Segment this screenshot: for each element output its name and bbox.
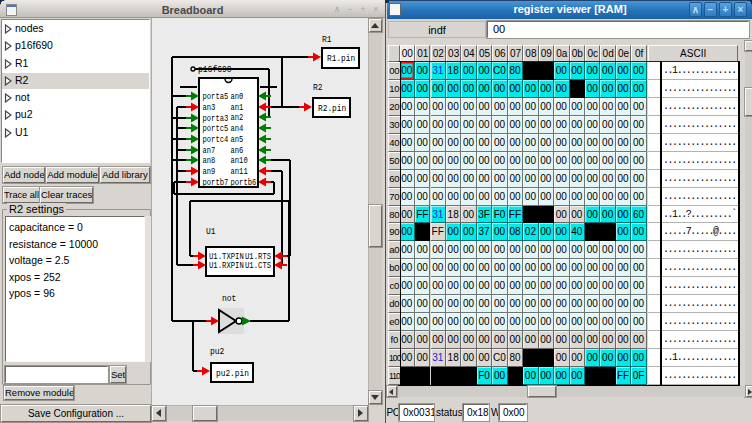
svg-text:U1.CTS: U1.CTS bbox=[245, 261, 271, 271]
svg-text:porta5: porta5 bbox=[203, 92, 229, 102]
svg-text:an6: an6 bbox=[231, 146, 244, 156]
svg-text:portb7: portb7 bbox=[203, 178, 229, 188]
svg-text:an7: an7 bbox=[203, 146, 216, 156]
svg-text:U1.RXPIN: U1.RXPIN bbox=[209, 261, 244, 271]
svg-text:an11: an11 bbox=[231, 167, 248, 177]
svg-text:an5: an5 bbox=[231, 135, 244, 145]
svg-text:an9: an9 bbox=[203, 167, 216, 177]
svg-text:an1: an1 bbox=[231, 103, 244, 113]
svg-text:porta3: porta3 bbox=[203, 114, 229, 124]
svg-text:R1.pin: R1.pin bbox=[327, 53, 355, 64]
svg-text:p16f690: p16f690 bbox=[198, 65, 232, 75]
svg-text:R2.pin: R2.pin bbox=[318, 103, 346, 114]
svg-text:pu2: pu2 bbox=[210, 347, 224, 357]
svg-text:portc4: portc4 bbox=[203, 135, 229, 145]
svg-text:not: not bbox=[222, 294, 236, 304]
svg-text:an10: an10 bbox=[231, 156, 248, 166]
svg-text:an0: an0 bbox=[231, 92, 244, 102]
svg-text:R2: R2 bbox=[313, 83, 323, 93]
svg-text:R1: R1 bbox=[322, 35, 332, 45]
svg-text:pu2.pin: pu2.pin bbox=[216, 368, 249, 379]
svg-text:an4: an4 bbox=[231, 124, 244, 134]
svg-text:an8: an8 bbox=[203, 156, 216, 166]
svg-text:portb6: portb6 bbox=[231, 178, 257, 188]
svg-text:portc5: portc5 bbox=[203, 124, 229, 134]
svg-text:an2: an2 bbox=[231, 113, 244, 123]
svg-text:U1: U1 bbox=[206, 227, 216, 237]
svg-text:an3: an3 bbox=[203, 103, 216, 113]
